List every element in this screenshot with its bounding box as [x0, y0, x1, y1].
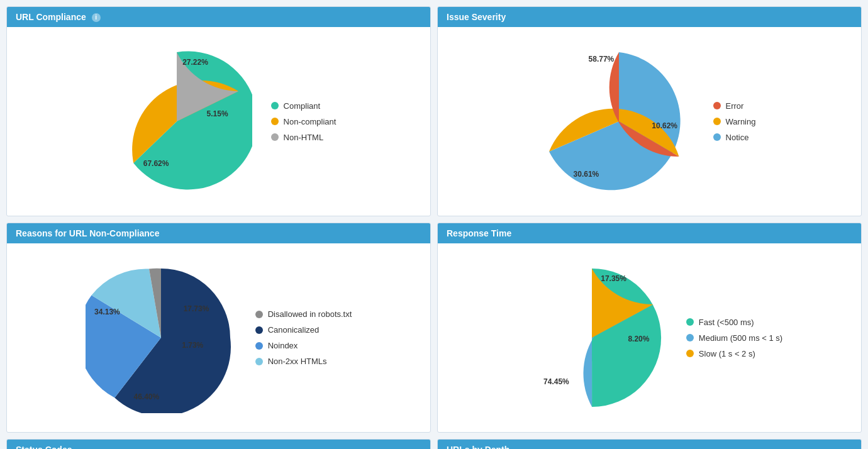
legend-item-error: Error	[713, 101, 756, 111]
panel-non-compliance: Reasons for URL Non-Compliance 34.13% 17…	[6, 223, 431, 433]
panel-non-compliance-content: 34.13% 17.73% 1.73% 46.40% Disallowed in…	[7, 243, 430, 432]
legend-item-canonicalized: Canonicalized	[255, 325, 352, 335]
legend-dot-error	[713, 102, 721, 109]
panel-response-time-title: Response Time	[447, 228, 511, 238]
response-time-label-slow: 8.20%	[628, 335, 649, 343]
url-compliance-label-noncompliant: 27.22%	[182, 58, 208, 67]
legend-item-slow: Slow (1 s < 2 s)	[686, 349, 782, 358]
non-compliance-legend: Disallowed in robots.txt Canonicalized N…	[255, 309, 352, 366]
panel-issue-severity-content: 58.77% 30.61% 10.62% Error Warning Notic…	[438, 27, 861, 216]
panel-response-time-content: 74.45% 17.35% 8.20% Fast (<500 ms) Mediu…	[438, 243, 861, 432]
legend-label-slow: Slow (1 s < 2 s)	[699, 349, 755, 358]
legend-label-noindex: Noindex	[268, 341, 298, 350]
legend-item-warning: Warning	[713, 117, 756, 126]
issue-severity-label-warning: 30.61%	[574, 170, 599, 179]
panel-url-compliance: URL Compliance i 67.62% 27.22% 5.15%	[6, 6, 431, 216]
legend-dot-slow	[686, 350, 694, 357]
legend-item-non2xx: Non-2xx HTMLs	[255, 357, 352, 366]
legend-item-disallowed: Disallowed in robots.txt	[255, 309, 352, 319]
non-compliance-chart: 34.13% 17.73% 1.73% 46.40%	[86, 262, 236, 413]
legend-item-noindex: Noindex	[255, 341, 352, 350]
legend-item-medium: Medium (500 ms < 1 s)	[686, 333, 782, 343]
non-compliance-svg	[86, 262, 236, 413]
panel-issue-severity: Issue Severity 58.77% 30.61% 10.62%	[437, 6, 862, 216]
legend-label-medium: Medium (500 ms < 1 s)	[699, 333, 782, 343]
legend-dot-notice	[713, 133, 721, 141]
issue-severity-chart: 58.77% 30.61% 10.62%	[543, 46, 694, 197]
legend-item-noncompliant: Non-compliant	[271, 117, 337, 126]
legend-dot-nonhtml	[271, 133, 279, 141]
legend-label-disallowed: Disallowed in robots.txt	[268, 309, 352, 319]
panel-urls-by-depth-header: URLs by Depth	[438, 440, 861, 449]
dashboard: URL Compliance i 67.62% 27.22% 5.15%	[0, 0, 868, 449]
legend-dot-fast	[686, 318, 694, 326]
legend-item-fast: Fast (<500 ms)	[686, 318, 782, 327]
legend-dot-noncompliant	[271, 118, 279, 125]
issue-severity-label-error: 10.62%	[652, 121, 677, 130]
response-time-chart: 74.45% 17.35% 8.20%	[516, 262, 667, 413]
response-time-label-medium: 17.35%	[601, 274, 626, 283]
response-time-legend: Fast (<500 ms) Medium (500 ms < 1 s) Slo…	[686, 318, 782, 358]
panel-response-time: Response Time 74.45% 17.35% 8.20%	[437, 223, 862, 433]
panel-status-codes-title: Status Codes	[16, 445, 72, 449]
legend-dot-warning	[713, 118, 721, 125]
panel-url-compliance-header: URL Compliance i	[7, 7, 430, 27]
panel-urls-by-depth-title: URLs by Depth	[447, 445, 509, 449]
legend-label-non2xx: Non-2xx HTMLs	[268, 357, 327, 366]
legend-label-noncompliant: Non-compliant	[284, 117, 337, 126]
legend-label-nonhtml: Non-HTML	[284, 133, 324, 142]
panel-issue-severity-header: Issue Severity	[438, 7, 861, 27]
url-compliance-svg	[101, 46, 252, 197]
legend-label-notice: Notice	[726, 133, 749, 142]
legend-label-fast: Fast (<500 ms)	[699, 318, 754, 327]
panel-non-compliance-title: Reasons for URL Non-Compliance	[16, 228, 159, 238]
panel-non-compliance-header: Reasons for URL Non-Compliance	[7, 223, 430, 243]
legend-dot-non2xx	[255, 358, 263, 365]
legend-label-canonicalized: Canonicalized	[268, 325, 320, 335]
non-compliance-label-canonicalized: 46.40%	[133, 392, 159, 401]
panel-url-compliance-content: 67.62% 27.22% 5.15% Compliant Non-compli…	[7, 27, 430, 216]
legend-dot-compliant	[271, 102, 279, 109]
panel-status-codes: Status Codes	[6, 439, 431, 449]
url-compliance-label-nonhtml: 5.15%	[207, 109, 228, 118]
legend-item-notice: Notice	[713, 133, 756, 142]
legend-dot-medium	[686, 334, 694, 341]
issue-severity-legend: Error Warning Notice	[713, 101, 756, 142]
legend-item-nonhtml: Non-HTML	[271, 133, 337, 142]
legend-label-compliant: Compliant	[284, 101, 321, 111]
url-compliance-label-compliant: 67.62%	[143, 159, 169, 168]
url-compliance-legend: Compliant Non-compliant Non-HTML	[271, 101, 337, 142]
response-time-label-fast: 74.45%	[543, 377, 569, 386]
panel-status-codes-header: Status Codes	[7, 440, 430, 449]
panel-issue-severity-title: Issue Severity	[447, 12, 506, 22]
legend-dot-disallowed	[255, 311, 263, 318]
legend-label-warning: Warning	[726, 117, 756, 126]
info-icon[interactable]: i	[92, 13, 101, 22]
legend-item-compliant: Compliant	[271, 101, 337, 111]
non-compliance-label-noindex: 34.13%	[94, 308, 120, 316]
url-compliance-chart: 67.62% 27.22% 5.15%	[101, 46, 252, 197]
legend-label-error: Error	[726, 101, 744, 111]
issue-severity-label-notice: 58.77%	[589, 55, 615, 64]
panel-urls-by-depth: URLs by Depth	[437, 439, 862, 449]
non-compliance-label-non2xx: 17.73%	[184, 304, 209, 313]
panel-response-time-header: Response Time	[438, 223, 861, 243]
legend-dot-noindex	[255, 342, 263, 350]
legend-dot-canonicalized	[255, 326, 263, 334]
panel-url-compliance-title: URL Compliance	[16, 12, 86, 22]
non-compliance-label-disallowed: 1.73%	[182, 341, 203, 350]
